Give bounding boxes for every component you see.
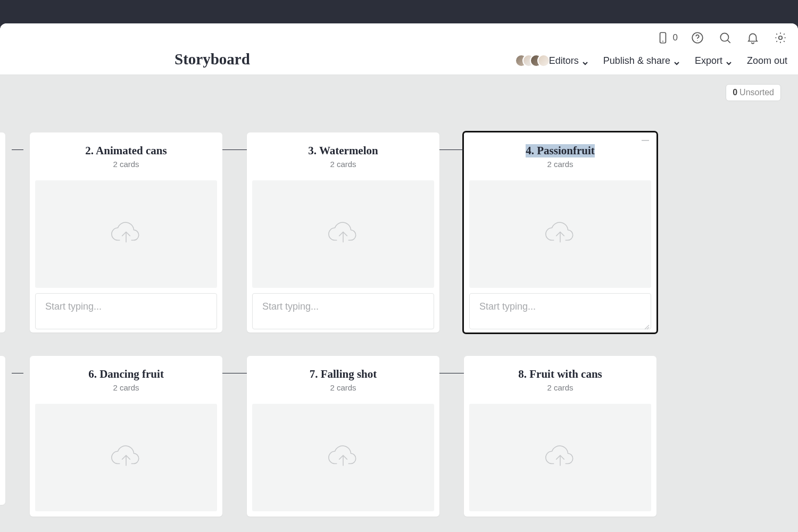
export-dropdown[interactable]: Export [695,55,731,66]
image-dropzone[interactable] [252,180,434,288]
upload-cloud-icon [327,443,360,472]
card-connector [439,373,464,373]
text-input-placeholder: Start typing... [262,301,319,312]
help-button[interactable] [689,30,705,46]
storyboard-card[interactable]: 6. Dancing fruit 2 cards [30,356,222,517]
zoom-out-button[interactable]: Zoom out [747,55,787,66]
card-text-input[interactable]: Start typing... [252,293,434,329]
export-label: Export [695,55,722,66]
card-sliver-prev[interactable] [0,356,5,505]
svg-line-10 [645,325,649,329]
phone-icon [655,30,671,46]
card-subtitle: 2 cards [469,383,651,392]
mobile-preview-button[interactable]: 0 [655,30,678,46]
card-title[interactable]: 2. Animated cans [85,144,167,157]
card-title[interactable]: 3. Watermelon [308,144,378,157]
editors-dropdown[interactable]: Editors [515,54,587,67]
upload-cloud-icon [327,220,360,248]
board[interactable]: 2. Animated cans 2 cards Start typing... [0,75,798,532]
card-subtitle: 2 cards [35,383,217,392]
storyboard-card[interactable]: 8. Fruit with cans 2 cards [464,356,656,517]
text-input-placeholder: Start typing... [479,301,536,312]
card-header: 4. Passionfruit 2 cards [469,132,651,175]
upload-cloud-icon [544,443,577,472]
card-text-input[interactable]: Start typing... [469,293,651,329]
card-title[interactable]: 7. Falling shot [310,368,377,381]
collapse-handle[interactable] [642,140,649,141]
resize-handle-icon[interactable] [643,321,650,328]
app-shell: 0 Storyboard [0,23,798,532]
storyboard-card[interactable]: 3. Watermelon 2 cards Start typing... [247,132,439,332]
storyboard-card[interactable]: 2. Animated cans 2 cards Start typing... [30,132,222,332]
card-text-input[interactable]: Start typing... [35,293,217,329]
upload-cloud-icon [544,220,577,248]
storyboard-card-active[interactable]: 4. Passionfruit 2 cards Start typing... [464,132,656,332]
svg-point-3 [697,40,697,41]
page-title[interactable]: Storyboard [174,51,250,68]
upload-cloud-icon [110,443,143,472]
card-subtitle: 2 cards [252,160,434,169]
image-dropzone[interactable] [469,180,651,288]
card-connector [222,149,247,150]
mobile-preview-count: 0 [673,32,678,43]
card-subtitle: 2 cards [469,160,651,169]
chevron-down-icon [582,58,587,63]
upload-cloud-icon [110,220,143,248]
image-dropzone[interactable] [252,404,434,511]
board-row: 6. Dancing fruit 2 cards 7. Falling shot… [0,356,656,517]
card-header: 8. Fruit with cans 2 cards [469,356,651,398]
chevron-down-icon [726,58,731,63]
card-subtitle: 2 cards [35,160,217,169]
editors-label: Editors [549,55,579,66]
storyboard-card[interactable]: 7. Falling shot 2 cards [247,356,439,517]
svg-point-6 [779,36,783,40]
search-button[interactable] [717,30,733,46]
header-actions: Editors Publish & share Export Zoom out [515,54,787,67]
card-header: 3. Watermelon 2 cards [252,132,434,175]
card-header: 6. Dancing fruit 2 cards [35,356,217,398]
publish-share-dropdown[interactable]: Publish & share [603,55,679,66]
row-cards: 2. Animated cans 2 cards Start typing... [30,132,656,332]
svg-line-11 [647,327,649,329]
publish-share-label: Publish & share [603,55,670,66]
card-sliver-prev[interactable] [0,132,5,332]
board-row: 2. Animated cans 2 cards Start typing... [0,132,656,332]
text-input-placeholder: Start typing... [45,301,102,312]
row-cards: 6. Dancing fruit 2 cards 7. Falling shot… [30,356,656,517]
chevron-down-icon [674,58,679,63]
header-utility-icons: 0 [655,30,788,46]
card-title[interactable]: 8. Fruit with cans [518,368,602,381]
editor-avatars [515,54,550,67]
notifications-button[interactable] [745,30,761,46]
card-header: 7. Falling shot 2 cards [252,356,434,398]
card-title[interactable]: 4. Passionfruit [526,144,595,157]
svg-point-4 [720,33,728,41]
card-header: 2. Animated cans 2 cards [35,132,217,175]
settings-button[interactable] [772,30,788,46]
image-dropzone[interactable] [35,404,217,511]
card-subtitle: 2 cards [252,383,434,392]
image-dropzone[interactable] [35,180,217,288]
svg-line-5 [728,40,730,43]
header: 0 Storyboard [0,23,798,75]
card-connector [439,149,464,150]
card-connector [222,373,247,373]
card-title[interactable]: 6. Dancing fruit [88,368,164,381]
avatar [537,54,550,67]
image-dropzone[interactable] [469,404,651,511]
